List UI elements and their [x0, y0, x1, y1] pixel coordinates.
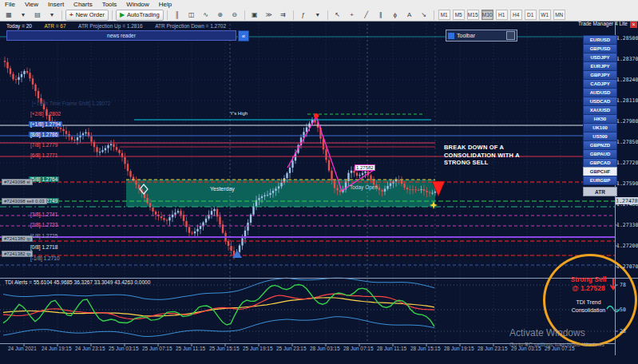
timeframe-shift-label: [+1/8th Time Frame Shift] 1.28072: [32, 101, 110, 106]
timeframe-d1[interactable]: D1: [525, 10, 537, 20]
new-order-label: New Order: [76, 11, 105, 18]
price-axis-label: 1.27850: [616, 139, 638, 145]
profiles-icon[interactable]: ▤: [31, 10, 44, 21]
time-axis-label: 29 Jun 03:15: [511, 346, 541, 351]
time-axis-label: 28 Jun 07:15: [343, 346, 374, 351]
bar-chart-icon[interactable]: ║: [171, 10, 184, 21]
auto-scroll-icon[interactable]: ≫: [263, 10, 275, 21]
indicators-dropdown-icon[interactable]: ▾: [311, 10, 324, 21]
signal-panel: Strong Sell @ 1.27528 TDI Trend Consolid…: [553, 275, 624, 314]
yesterday-zone-label: Yesterday: [210, 186, 235, 192]
order-line-label[interactable]: #7241380 tp: [2, 235, 33, 242]
news-reader-icon[interactable]: «: [238, 30, 249, 42]
price-axis-label: 1.27720: [616, 160, 638, 166]
menu-tools[interactable]: Tools: [102, 1, 117, 8]
atr-button[interactable]: ATR: [583, 187, 617, 196]
murrey-level-label: [7/8] 1.2779: [29, 142, 59, 148]
trendline-icon[interactable]: ╱: [360, 10, 373, 21]
time-axis-label: 29 Jun 07:15: [545, 346, 575, 351]
floating-toolbar-window[interactable]: Toolbar: [446, 30, 517, 42]
yesterday-high-label: Y's High: [230, 111, 248, 116]
menu-bar: FileViewInsertChartsToolsWindowHelp: [0, 0, 638, 9]
toolbar-float-button[interactable]: [506, 31, 515, 40]
fibonacci-icon[interactable]: ϕ: [389, 10, 402, 21]
time-axis-label: 25 Jun 11:15: [176, 346, 205, 351]
order-line-label[interactable]: #7243098 sl: [2, 179, 33, 185]
new-chart-dropdown-icon[interactable]: ▾: [17, 10, 30, 21]
murrey-level-label: [-1/8] 1.2710: [29, 255, 61, 261]
toolbar-separator: [293, 10, 294, 20]
channel-icon[interactable]: ∥: [374, 10, 387, 21]
time-axis-label: 28 Jun 23:15: [478, 346, 508, 351]
signal-price: @ 1.27528: [553, 284, 624, 293]
tdi-indicator-label: TDI Alerts = 55.6104 45.9685 36.3267 33.…: [5, 279, 150, 285]
time-axis-label: 28 Jun 11:15: [377, 346, 406, 351]
autotrading-label: AutoTrading: [127, 11, 160, 18]
breakdown-annotation: BREAK DOWN OF A CONSOLIDATION WITH A STR…: [444, 144, 520, 167]
menu-charts[interactable]: Charts: [73, 1, 93, 8]
news-reader-label: news reader: [107, 33, 136, 38]
news-reader-bar[interactable]: news reader: [6, 30, 236, 41]
time-axis-label: 25 Jun 23:15: [276, 346, 307, 351]
toolbar-separator: [327, 10, 328, 20]
tile-windows-icon[interactable]: ▣: [248, 10, 261, 21]
menu-insert[interactable]: Insert: [48, 1, 64, 8]
timeframe-m1[interactable]: M1: [438, 10, 450, 20]
menu-window[interactable]: Window: [126, 1, 149, 8]
activate-windows-watermark: Activate Windows: [509, 327, 585, 338]
murrey-level-label: [+1/8] 1.2794: [29, 121, 62, 127]
crosshair-icon[interactable]: +: [346, 10, 359, 21]
breakdown-line-1: BREAK DOWN OF A: [444, 144, 520, 152]
text-label-icon[interactable]: A: [403, 10, 416, 21]
time-axis-label: 25 Jun 03:15: [109, 346, 139, 351]
timeframe-m30[interactable]: M30: [481, 10, 493, 20]
arrow-object-icon[interactable]: ↘: [418, 10, 430, 21]
chart-shift-icon[interactable]: ⇉: [277, 10, 290, 21]
time-axis-label: 28 Jun 03:15: [310, 346, 340, 351]
breakdown-line-3: STRONG SELL: [444, 159, 520, 167]
time-axis-label: 28 Jun 15:15: [410, 346, 441, 351]
toolbar-separator: [112, 10, 113, 20]
timeframe-h1[interactable]: H1: [496, 10, 508, 20]
price-axis-label: 1.27330: [616, 222, 638, 228]
signal-trend-label: TDI Trend: [553, 299, 624, 307]
chart-info-line: Today = 20 ATR = 67 ATR Projection Up = …: [6, 23, 237, 29]
toolbar-separator: [244, 10, 245, 20]
line-chart-icon[interactable]: ∿: [200, 10, 212, 21]
toolbar-separator: [167, 10, 168, 20]
murrey-level-label: [3/8] 1.2741: [29, 212, 59, 217]
menu-view[interactable]: View: [25, 1, 38, 8]
order-line-label[interactable]: #7241382 tp: [2, 251, 33, 257]
timeframe-w1[interactable]: W1: [539, 10, 551, 20]
today-open-label: Today Open: [350, 184, 378, 190]
autotrading-button[interactable]: ▶AutoTrading: [116, 10, 164, 21]
symbol-eurgbp[interactable]: EURGBP: [583, 176, 617, 185]
timeframe-mn[interactable]: MN: [553, 10, 565, 20]
new-order-icon: +: [69, 11, 73, 18]
chart-overlay: Today = 20 ATR = 67 ATR Projection Up = …: [0, 0, 638, 364]
cursor-icon[interactable]: ↖: [331, 10, 344, 21]
time-axis-label: 25 Jun 15:15: [209, 346, 240, 351]
price-axis-label: 1.28500: [616, 35, 638, 42]
timeframe-h4[interactable]: H4: [510, 10, 522, 20]
toolbar-window-title: Toolbar: [457, 33, 504, 38]
menu-help[interactable]: Help: [159, 1, 172, 8]
new-order-button[interactable]: +New Order: [65, 10, 109, 21]
toolbar-separator: [434, 10, 434, 20]
indicators-icon[interactable]: ƒ: [297, 10, 310, 21]
timeframe-m5[interactable]: M5: [453, 10, 465, 20]
menu-file[interactable]: File: [5, 1, 15, 8]
price-axis-label: 1.27200: [616, 243, 638, 249]
candlestick-chart-icon[interactable]: ◫: [185, 10, 198, 21]
toolbar: ▦▾▤▾+New Order▶AutoTrading║◫∿⊕⊖▣≫⇉ƒ▾↖+╱∥…: [0, 9, 638, 22]
time-axis-label: 28 Jun 19:15: [444, 346, 474, 351]
zoom-out-icon[interactable]: ⊖: [228, 10, 241, 21]
atr-projection-down: ATR Projection Down = 1.2702: [155, 23, 226, 29]
timeframe-m15[interactable]: M15: [467, 10, 479, 20]
order-line-label[interactable]: #7243098 sell 0.03: [2, 198, 47, 204]
tdi-scale-label: 23: [620, 328, 626, 334]
new-chart-icon[interactable]: ▦: [2, 10, 15, 21]
murrey-level-label: [5/8] 1.2764: [29, 176, 59, 182]
profiles-dropdown-icon[interactable]: ▾: [46, 10, 58, 21]
zoom-in-icon[interactable]: ⊕: [214, 10, 227, 21]
